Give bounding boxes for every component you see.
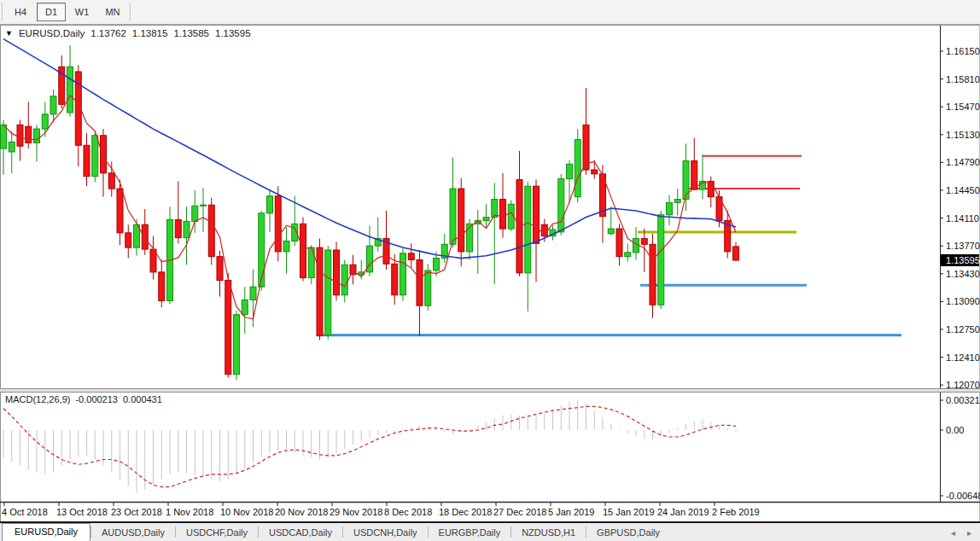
toolbar-separator [130,3,131,21]
date-tick-label: 29 Nov 2018 [330,507,382,517]
candle-body [434,259,440,270]
candle-body [242,300,248,314]
symbol-tab-gbpusd-daily[interactable]: GBPUSD,Daily [586,525,670,541]
timeframe-button-h4[interactable]: H4 [6,3,35,21]
symbol-tab-bar: EURUSD,DailyAUDUSD,DailyUSDCHF,DailyUSDC… [0,521,980,541]
candle-body [50,96,56,114]
chart-low-value: 1.13585 [173,28,209,38]
candle-body [658,215,664,305]
price-tick-label: 1.16150 [946,46,980,56]
symbol-tab-audusd-daily[interactable]: AUDUSD,Daily [91,525,175,541]
candle-body [525,186,531,273]
panel-splitter[interactable] [0,389,980,392]
price-tick-label: 1.12410 [946,352,980,363]
candle-body [9,142,15,152]
tab-scroll-arrows: ◂ ▸ [951,528,971,538]
candle-body [275,196,281,252]
candle-body [492,200,498,218]
date-tick-label: 20 Nov 2018 [275,507,328,517]
candle-body [201,205,207,206]
date-tick-label: 8 Dec 2018 [384,507,432,517]
candle-body [42,114,48,129]
timeframe-button-mn[interactable]: MN [98,3,127,21]
chart-canvas[interactable]: 1.161501.158101.154701.151301.147901.144… [0,0,980,541]
chart-high-value: 1.13815 [132,28,168,38]
chart-background [0,25,980,521]
candle-body [625,253,631,257]
collapse-triangle-icon[interactable]: ▼ [5,29,13,38]
candle-body [458,189,464,252]
candle-body [450,189,456,244]
price-tick-label: 1.15470 [946,102,980,112]
tab-scroll-right-icon[interactable]: ▸ [967,528,971,538]
candle-body [26,126,32,143]
symbol-tab-nzdusd-h1[interactable]: NZDUSD,H1 [511,525,586,541]
candle-body [733,247,739,260]
candle-body [34,129,40,143]
candle-body [683,160,689,199]
candle-body [608,229,614,234]
candle-body [417,259,423,305]
terminal-window: H4D1W1MN 1.161501.158101.154701.151301.1… [0,0,980,541]
candle-body [650,244,656,305]
date-tick-label: 15 Jan 2019 [603,507,655,517]
price-tick-label: 1.12750 [946,324,980,334]
symbol-tab-usdcad-daily[interactable]: USDCAD,Daily [259,525,342,541]
date-tick-label: 27 Dec 2018 [493,507,546,517]
candle-body [567,164,573,178]
candle-body [325,250,331,335]
candle-body [341,265,347,294]
chart-header: ▼ EURUSD,Daily 1.13762 1.13815 1.13585 1… [5,28,251,38]
current-price-value: 1.13595 [946,255,980,265]
date-tick-label: 2 Feb 2019 [712,507,760,517]
tab-scroll-left-icon[interactable]: ◂ [951,528,955,538]
macd-main-value: -0.000213 [75,394,118,404]
candle-body [67,67,73,113]
macd-indicator-header: MACD(12,26,9) -0.000213 0.000431 [5,394,162,404]
price-tick-label: 1.13770 [946,241,980,251]
toolbar-handle [2,3,3,21]
candle-body [616,229,622,257]
candle-body [125,233,131,247]
price-tick-label: 1.15130 [946,130,980,140]
candle-body [592,170,598,174]
candle-body [425,270,431,305]
candle-body [558,179,564,232]
candle-body [483,218,489,221]
candle-body [1,125,7,148]
macd-axis-label: -0.006485 [946,491,980,501]
price-tick-label: 1.13430 [946,269,980,279]
candle-body [108,173,114,189]
candle-body [259,213,265,287]
candle-body [575,140,580,197]
timeframe-button-w1[interactable]: W1 [67,3,96,21]
chart-close-value: 1.13595 [215,28,251,38]
timeframe-button-d1[interactable]: D1 [37,3,66,21]
candle-body [708,181,714,196]
macd-axis-label: 0.003216 [946,395,980,405]
candle-body [691,160,697,189]
candle-body [217,257,223,281]
candle-body [234,315,240,375]
candle-body [467,224,473,252]
candle-body [142,224,148,249]
timeframe-buttons: H4D1W1MN [5,3,128,21]
candle-body [400,253,406,295]
candle-body [175,220,181,238]
date-tick-label: 10 Nov 2018 [220,507,273,517]
price-tick-label: 1.13090 [946,296,980,306]
candle-body [208,205,214,256]
symbol-tab-eurgbp-daily[interactable]: EURGBP,Daily [429,525,511,541]
symbol-tab-eurusd-daily[interactable]: EURUSD,Daily [2,523,90,541]
symbol-tab-usdcnh-daily[interactable]: USDCNH,Daily [343,525,428,541]
candle-body [392,264,398,294]
date-tick-label: 13 Oct 2018 [56,507,108,517]
candle-body [17,125,23,146]
date-tick-label: 24 Jan 2019 [657,507,709,517]
timeframe-toolbar: H4D1W1MN [0,0,980,25]
date-tick-label: 18 Dec 2018 [439,507,492,517]
symbol-tab-usdchf-daily[interactable]: USDCHF,Daily [176,525,258,541]
date-tick-label: 4 Oct 2018 [2,507,48,517]
price-tick-label: 1.14110 [946,213,979,224]
date-tick-label: 5 Jan 2019 [548,507,594,517]
